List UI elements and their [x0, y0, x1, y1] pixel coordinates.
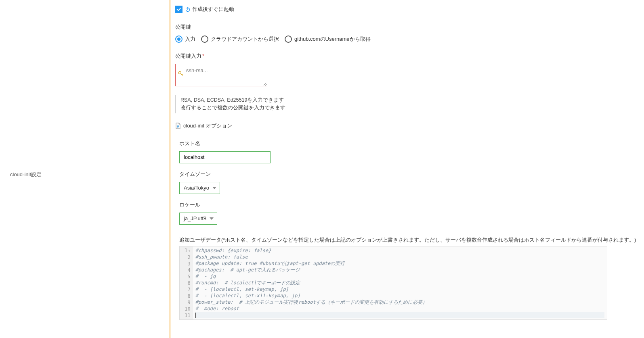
- main-form: 作成後すぐに起動 公開鍵 入力 クラウドアカウントから選択 github.com…: [170, 0, 644, 338]
- document-icon: [175, 123, 181, 129]
- editor-cursor: [195, 313, 196, 318]
- code-line: #package_update: true #ubuntuではapt-get u…: [195, 260, 604, 267]
- svg-point-2: [178, 71, 181, 74]
- start-after-create-label: 作成後すぐに起動: [192, 6, 234, 13]
- radio-input-label: 入力: [185, 35, 195, 43]
- code-line: #runcmd: # localectlでキーボードの設定: [195, 280, 604, 286]
- code-line-active: [195, 312, 604, 318]
- code-line: # mode: reboot: [195, 305, 604, 312]
- radio-github-label: github.comのUsernameから取得: [294, 35, 371, 43]
- power-icon: [185, 6, 191, 12]
- radio-cloud-account[interactable]: クラウドアカウントから選択: [201, 35, 279, 43]
- public-key-help: RSA, DSA, ECDSA, Ed25519を入力できます 改行することで複…: [175, 95, 644, 113]
- userdata-editor[interactable]: 1 2 3 4 5 6 7 8 9 10 11 #chpasswd: {expi…: [179, 246, 607, 320]
- public-key-textarea-wrap: [175, 64, 644, 88]
- sidebar-section-label: cloud-init設定: [10, 171, 42, 178]
- timezone-label: タイムゾーン: [179, 171, 644, 178]
- public-key-help-line1: RSA, DSA, ECDSA, Ed25519を入力できます: [180, 96, 644, 104]
- public-key-input-label-row: 公開鍵入力*: [175, 52, 644, 60]
- editor-code-area[interactable]: #chpasswd: {expire: false} #ssh_pwauth: …: [193, 246, 607, 319]
- userdata-label: 追加ユーザデータ(*ホスト名、タイムゾーンなどを指定した場合は上記のオプションが…: [179, 237, 644, 244]
- editor-gutter: 1 2 3 4 5 6 7 8 9 10 11: [180, 246, 193, 319]
- radio-input-circle: [175, 35, 183, 43]
- cloud-init-subsection: ホスト名 タイムゾーン Asia/Tokyo ロケール ja_JP.utf8 追…: [179, 140, 644, 320]
- chevron-down-icon: [212, 187, 216, 189]
- radio-github-circle: [285, 35, 292, 43]
- locale-select[interactable]: ja_JP.utf8: [179, 213, 217, 225]
- cloud-init-option-row: cloud-init オプション: [175, 122, 644, 129]
- public-key-help-line2: 改行することで複数の公開鍵を入力できます: [180, 104, 644, 112]
- radio-github[interactable]: github.comのUsernameから取得: [285, 35, 371, 43]
- hostname-label: ホスト名: [179, 140, 644, 147]
- code-line: #power_state: # 上記のモジュール実行後rebootする（キーボー…: [195, 299, 604, 305]
- radio-input[interactable]: 入力: [175, 35, 195, 43]
- code-line: # - [localectl, set-keymap, jp]: [195, 286, 604, 292]
- public-key-heading: 公開鍵: [175, 23, 644, 31]
- code-line: #chpasswd: {expire: false}: [195, 247, 604, 254]
- hostname-input[interactable]: [179, 151, 271, 163]
- public-key-textarea[interactable]: [175, 64, 267, 86]
- code-line: #packages: # apt-getで入れるパッケージ: [195, 267, 604, 273]
- required-asterisk: *: [202, 53, 204, 59]
- radio-cloud-label: クラウドアカウントから選択: [211, 35, 279, 43]
- locale-value: ja_JP.utf8: [184, 215, 206, 221]
- public-key-input-label: 公開鍵入力: [175, 53, 201, 59]
- locale-label: ロケール: [179, 201, 644, 209]
- timezone-select[interactable]: Asia/Tokyo: [179, 182, 220, 194]
- key-icon: [178, 71, 184, 77]
- chevron-down-icon: [210, 217, 214, 220]
- timezone-value: Asia/Tokyo: [184, 185, 209, 191]
- code-line: #ssh_pwauth: false: [195, 254, 604, 260]
- code-line: # - [localectl, set-x11-keymap, jp]: [195, 292, 604, 299]
- start-after-create-row: 作成後すぐに起動: [175, 6, 644, 13]
- start-after-create-checkbox[interactable]: [175, 6, 183, 13]
- radio-cloud-circle: [201, 35, 208, 43]
- public-key-radio-group: 入力 クラウドアカウントから選択 github.comのUsernameから取得: [175, 35, 644, 43]
- sidebar: cloud-init設定: [0, 0, 170, 338]
- check-icon: [176, 6, 182, 12]
- cloud-init-option-label: cloud-init オプション: [183, 122, 232, 129]
- code-line: # - jq: [195, 273, 604, 280]
